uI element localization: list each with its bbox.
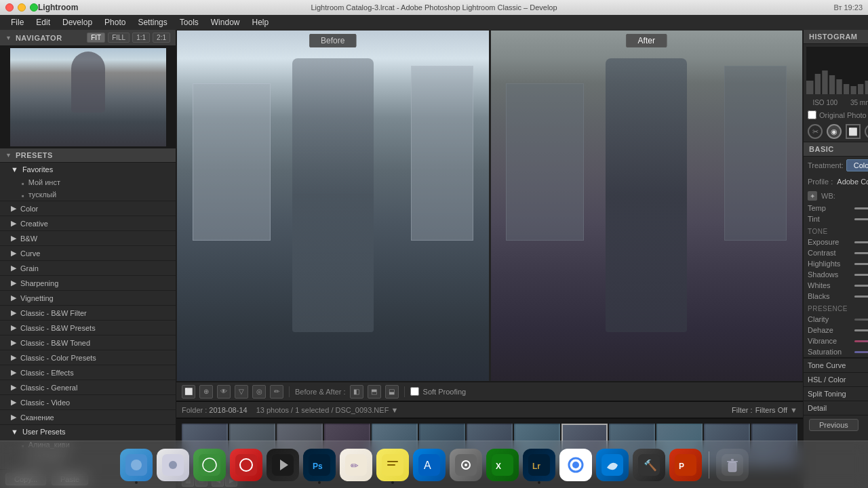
saturation-slider[interactable] <box>854 351 868 353</box>
menu-settings[interactable]: Settings <box>132 16 172 28</box>
dock-fcpx[interactable] <box>267 449 299 481</box>
color-treatment-btn[interactable]: Color <box>846 159 868 171</box>
preset-group-curve-header[interactable]: ▶ Curve <box>0 246 176 260</box>
minimize-button[interactable] <box>18 3 26 12</box>
preset-group-vignetting-header[interactable]: ▶ Vignetting <box>0 291 176 305</box>
histogram-header[interactable]: Histogram ▲ <box>804 30 868 44</box>
preset-group-creative-header[interactable]: ▶ Creative <box>0 216 176 230</box>
preset-item-moy-inst[interactable]: Мой инст <box>0 176 176 188</box>
filename-dropdown[interactable]: ▼ <box>391 406 398 414</box>
shadows-slider[interactable] <box>854 274 868 276</box>
wb-eyedropper[interactable]: ✦ <box>808 191 817 201</box>
preset-group-classic-video-header[interactable]: ▶ Classic - Video <box>0 395 176 409</box>
highlights-slider[interactable] <box>854 263 868 265</box>
preset-group-sharpening: ▶ Sharpening <box>0 276 176 291</box>
dock-lightroom[interactable]: Lr <box>523 449 555 481</box>
dock-notes[interactable] <box>376 449 409 481</box>
contrast-slider[interactable] <box>854 252 868 254</box>
crop-tool[interactable]: ✂ <box>808 124 823 139</box>
crop-icon[interactable]: ⬜ <box>182 385 195 399</box>
dock-trash[interactable] <box>716 449 749 481</box>
preset-group-classic-effects-header[interactable]: ▶ Classic - Effects <box>0 365 176 380</box>
before-after-top-icon[interactable]: ⬒ <box>368 385 381 399</box>
menu-edit[interactable]: Edit <box>31 16 56 28</box>
soft-proofing-checkbox[interactable] <box>410 387 419 396</box>
hsl-color-header[interactable]: HSL / Color ◀ <box>804 372 868 386</box>
whites-slider[interactable] <box>854 285 868 287</box>
redeye-icon[interactable]: 👁 <box>217 385 231 399</box>
preset-group-classic-bw-toned-header[interactable]: ▶ Classic - B&W Toned <box>0 336 176 350</box>
svg-rect-8 <box>865 81 868 94</box>
dock-appstore[interactable]: A <box>413 449 446 481</box>
svg-rect-5 <box>844 84 849 94</box>
fullscreen-button[interactable] <box>30 3 38 12</box>
close-button[interactable] <box>5 3 14 12</box>
preset-group-classic-bw-filter-header[interactable]: ▶ Classic - B&W Filter <box>0 306 176 320</box>
clarity-slider[interactable] <box>854 319 868 321</box>
redeye-tool[interactable]: ◯ <box>865 124 868 139</box>
vibrance-slider[interactable] <box>854 340 868 342</box>
dock-hammerspoon[interactable]: 🔨 <box>633 449 665 481</box>
dock-system-prefs[interactable] <box>450 449 482 481</box>
before-after-left-icon[interactable]: ◧ <box>350 385 363 399</box>
tone-curve-header[interactable]: Tone Curve ◀ <box>804 358 868 372</box>
filter-dropdown[interactable]: ▼ <box>790 406 797 414</box>
brush-icon[interactable]: ✏ <box>270 385 283 399</box>
targeted-adjust-tool[interactable]: ◉ <box>827 124 842 139</box>
folder-date: 2018-08-14 <box>209 406 247 414</box>
dock-safari[interactable] <box>193 449 226 481</box>
notes-active-dot <box>391 481 394 484</box>
menu-develop[interactable]: Develop <box>57 16 98 28</box>
preset-group-classic-color-presets-header[interactable]: ▶ Classic - Color Presets <box>0 350 176 365</box>
classic-bw-presets-label: Classic - B&W Presets <box>20 324 96 332</box>
preset-group-classic-bw-presets-header[interactable]: ▶ Classic - B&W Presets <box>0 321 176 335</box>
dock-freeform[interactable]: ✏ <box>340 449 372 481</box>
dock-excel[interactable]: X <box>486 449 519 481</box>
dock-launchpad[interactable] <box>157 449 189 481</box>
preset-group-grain-header[interactable]: ▶ Grain <box>0 261 176 275</box>
menu-tools[interactable]: Tools <box>174 16 204 28</box>
menu-photo[interactable]: Photo <box>99 16 131 28</box>
filter-label: Filter : <box>732 406 753 414</box>
zoom-1-button[interactable]: 1:1 <box>132 33 150 43</box>
preset-group-user-header[interactable]: ▼ User Presets <box>0 425 176 439</box>
preset-group-color-header[interactable]: ▶ Color <box>0 201 176 216</box>
presence-label: Presence <box>808 305 848 312</box>
preset-item-tuskliy[interactable]: тусклый <box>0 188 176 201</box>
presets-header[interactable]: ▼ PRESETS <box>0 148 176 163</box>
preset-group-sharpening-header[interactable]: ▶ Sharpening <box>0 276 176 290</box>
dock-photoshop[interactable]: Ps <box>303 449 336 481</box>
dock-powerpoint[interactable]: P <box>669 449 702 481</box>
preset-group-bw-header[interactable]: ▶ B&W <box>0 231 176 245</box>
navigator-header[interactable]: ▼ Navigator FIT FILL 1:1 2:1 <box>0 30 176 46</box>
original-photo-checkbox[interactable] <box>808 110 816 119</box>
preset-group-classic-general-header[interactable]: ▶ Classic - General <box>0 380 176 394</box>
basic-header[interactable]: Basic ▲ <box>804 142 868 157</box>
dehaze-slider[interactable] <box>854 329 868 331</box>
tint-slider[interactable] <box>854 218 868 220</box>
exposure-slider[interactable] <box>854 241 868 243</box>
before-after-split-icon[interactable]: ⬓ <box>385 385 399 399</box>
fill-button[interactable]: FILL <box>108 33 130 43</box>
temp-slider[interactable] <box>854 207 868 209</box>
dock-opera[interactable] <box>230 449 262 481</box>
classic-effects-label: Classic - Effects <box>20 369 74 377</box>
zoom-2-button[interactable]: 2:1 <box>153 33 170 43</box>
spot-remove-tool[interactable]: ⬜ <box>846 124 861 139</box>
menu-window[interactable]: Window <box>205 16 245 28</box>
radial-icon[interactable]: ◎ <box>252 385 266 399</box>
dock-edge[interactable] <box>596 449 629 481</box>
menu-help[interactable]: Help <box>246 16 274 28</box>
dock-finder[interactable] <box>120 449 153 481</box>
heal-icon[interactable]: ⊕ <box>199 385 213 399</box>
dock-chrome[interactable] <box>559 449 592 481</box>
fit-button[interactable]: FIT <box>87 33 105 43</box>
menu-file[interactable]: File <box>5 16 29 28</box>
split-toning-header[interactable]: Split Toning ◀ <box>804 386 868 401</box>
previous-button[interactable]: Previous <box>809 419 859 431</box>
preset-group-scanning-header[interactable]: ▶ Сканение <box>0 410 176 424</box>
blacks-slider[interactable] <box>854 296 868 298</box>
preset-group-favorites-header[interactable]: ▼ Favorites <box>0 163 176 176</box>
graduated-icon[interactable]: ▽ <box>235 385 248 399</box>
detail-header[interactable]: Detail ◀ <box>804 401 868 415</box>
